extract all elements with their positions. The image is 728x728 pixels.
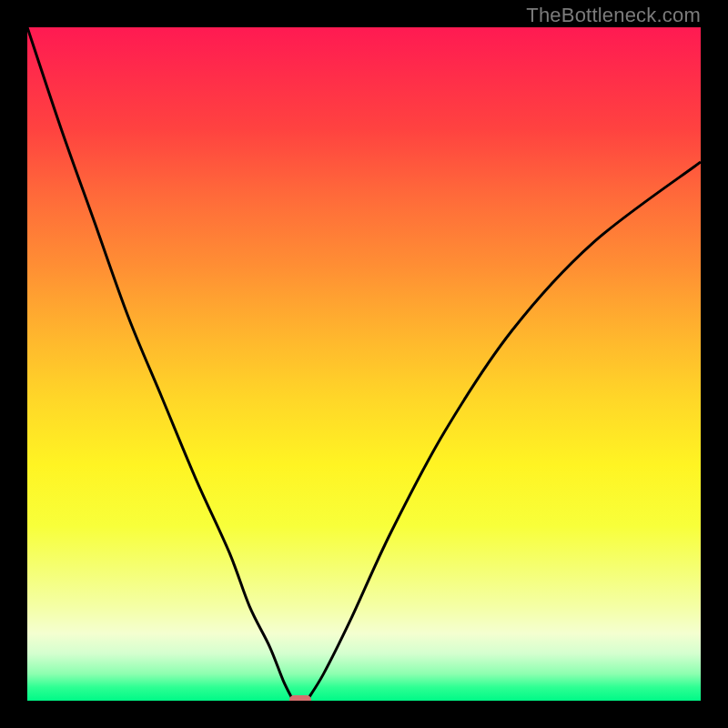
bottleneck-marker bbox=[289, 695, 311, 701]
curve-left-branch bbox=[27, 27, 293, 701]
watermark-text: TheBottleneck.com bbox=[526, 4, 701, 27]
chart-area bbox=[27, 27, 701, 701]
bottleneck-curve bbox=[27, 27, 701, 701]
curve-right-branch bbox=[307, 162, 701, 701]
